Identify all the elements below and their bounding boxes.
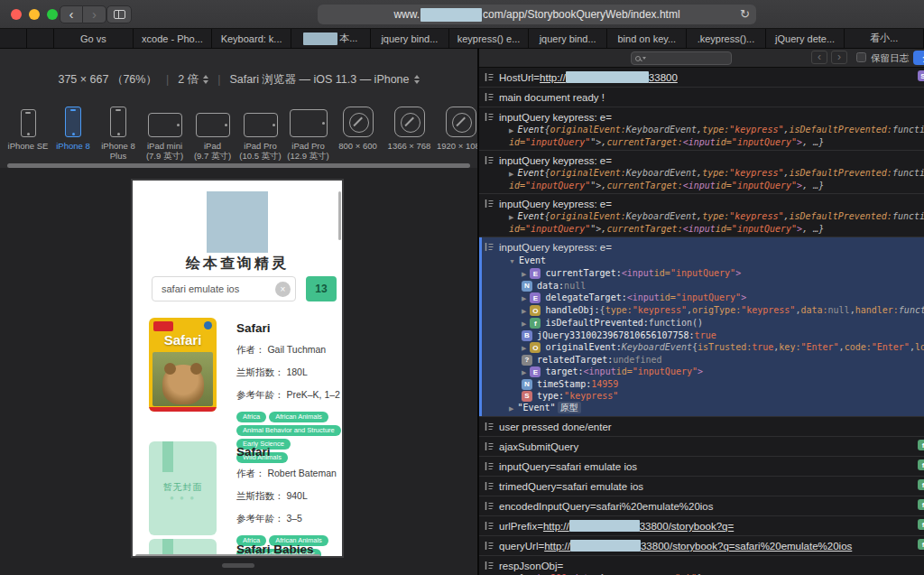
device-preset-ipad-pro[interactable]: iPad Pro (10.5 英寸) [236, 97, 284, 161]
disclosure-triangle-icon[interactable]: ▶ [522, 342, 526, 354]
disclosure-triangle-icon[interactable]: ▶ [509, 403, 513, 414]
source-function-badge[interactable]: S [918, 70, 924, 81]
clear-search-icon[interactable]: × [275, 282, 291, 297]
bookmark-item[interactable]: jquery bind... [371, 29, 450, 48]
device-preset-iphone-8[interactable]: iPhone 8 Plus [96, 97, 141, 161]
console-text: originalEvent: [545, 341, 621, 353]
device-preset-1366-768[interactable]: 1366 × 768 [383, 97, 435, 151]
forward-button[interactable]: › [83, 5, 106, 23]
console-entry[interactable]: main document ready ! [479, 87, 924, 107]
user-agent-selector[interactable]: Safari 浏览器 — iOS 11.3 — iPhone [229, 72, 419, 88]
console-line: Ndata: null [479, 280, 924, 292]
bookmark-item[interactable]: 本... [291, 29, 371, 48]
console-text: Event [519, 255, 546, 266]
device-preset-iphone-8[interactable]: iPhone 8 [51, 97, 96, 151]
address-bar[interactable]: www.com/app/StorybookQueryWeb/index.html… [318, 5, 756, 24]
search-field[interactable]: × [152, 276, 296, 301]
console-entry[interactable]: urlPrefix=http://33800/storybook?q=f [479, 515, 924, 535]
book-cover[interactable]: 暂无封面● ● ● [149, 441, 217, 535]
disclosure-triangle-icon[interactable]: ▶ [522, 366, 526, 378]
bookmark-item[interactable]: keypress() e... [449, 29, 529, 48]
bookmark-item[interactable]: Go vs [54, 29, 134, 48]
minimize-window-button[interactable] [29, 9, 40, 20]
disclosure-triangle-icon[interactable]: ▶ [509, 169, 513, 181]
bookmark-item[interactable] [0, 29, 27, 48]
source-function-badge[interactable]: f [918, 459, 924, 470]
stepper-icon[interactable] [203, 75, 208, 85]
viewport-size-label: 375 × 667 （76%） [58, 72, 156, 88]
book-cover[interactable]: Safari [149, 318, 217, 412]
disclosure-triangle-icon[interactable]: ▶ [522, 268, 526, 280]
search-input[interactable] [152, 277, 295, 301]
disclosure-triangle-icon[interactable]: ▶ [522, 305, 526, 317]
bookmark-item[interactable]: .keypress()... [687, 29, 766, 48]
source-function-badge[interactable]: f [918, 519, 924, 530]
console-entry[interactable]: encodedInputQuery=safari%20emulate%20ios… [479, 496, 924, 515]
disclosure-triangle-icon[interactable]: ▶ [522, 292, 526, 304]
type-badge: N [522, 379, 532, 390]
console-text: isDefaultPrevented: [545, 317, 648, 329]
disclosure-triangle-icon[interactable]: ▶ [509, 125, 513, 137]
device-preset-800-600[interactable]: 800 × 600 [332, 97, 383, 151]
source-function-badge[interactable]: f [918, 499, 924, 510]
bookmark-item[interactable]: jquery bind... [529, 29, 608, 48]
disclosure-triangle-icon[interactable]: ▼ [509, 255, 515, 267]
source-function-badge[interactable]: f [918, 479, 924, 490]
console-entry[interactable]: inputQuery keypress: e=▶Event {originalE… [479, 150, 924, 193]
tablet-icon [244, 113, 278, 137]
console-entry[interactable]: user pressed done/enter [479, 416, 924, 436]
filter-all-button[interactable]: 全部 [913, 51, 924, 65]
device-preset-ipad-mini[interactable]: iPad mini (7.9 英寸) [141, 97, 189, 161]
device-preset-ipad-pro[interactable]: iPad Pro (12.9 英寸) [284, 97, 332, 161]
console-text: timeStamp: [537, 378, 591, 390]
bookmark-item[interactable]: 看小... [845, 29, 924, 48]
next-result-button[interactable]: › [831, 51, 847, 64]
console-text: id= [509, 137, 525, 149]
console-entry[interactable]: respJsonObj=▶{code: 200, data: Array, me… [479, 555, 924, 575]
console-search-field[interactable] [631, 51, 732, 65]
console-search-input[interactable] [648, 53, 727, 63]
stepper-icon[interactable] [414, 75, 420, 85]
console-entry[interactable]: trimedQuery=safari emulate iosf [479, 476, 924, 496]
result-count-button[interactable]: 13 [306, 276, 337, 301]
disclosure-triangle-icon[interactable]: ▶ [509, 212, 513, 224]
previous-result-button[interactable]: ‹ [811, 51, 827, 64]
source-function-badge[interactable]: f [918, 539, 924, 550]
console-entry[interactable]: ajaxSubmitQueryf [479, 436, 924, 456]
console-text: id= [660, 292, 676, 303]
disclosure-triangle-icon[interactable]: ▶ [522, 318, 526, 329]
zoom-window-button[interactable] [47, 9, 58, 20]
book-info: Safari作者： Robert Bateman兰斯指数： 940L参考年龄： … [236, 445, 337, 558]
device-preset-ipad[interactable]: iPad (9.7 英寸) [189, 97, 236, 161]
console-entry[interactable]: inputQuery keypress: e=▶Event {originalE… [479, 107, 924, 150]
bookmark-item[interactable] [27, 29, 54, 48]
console-text: <input [683, 224, 716, 236]
bookmark-item[interactable]: xcode - Pho... [134, 29, 213, 48]
bookmark-item[interactable]: jQuery dete... [766, 29, 845, 48]
close-window-button[interactable] [11, 9, 22, 20]
reload-icon[interactable]: ↻ [740, 7, 750, 21]
phone-vertical-scrollbar[interactable] [338, 191, 341, 240]
device-label: iPad (9.7 英寸) [194, 141, 231, 161]
book-tag: African Animals [269, 412, 328, 422]
back-button[interactable]: ‹ [60, 5, 83, 23]
scale-selector[interactable]: 2 倍 [178, 72, 208, 88]
resize-handle[interactable] [222, 563, 254, 568]
console-line: id="inputQuery"">, currentTarget: <input… [479, 224, 924, 236]
console-entry[interactable]: HostUrl=http://33800S [479, 68, 924, 87]
console-entry[interactable]: queryUrl=http://33800/storybook?q=safari… [479, 535, 924, 555]
device-preset-1920-1080[interactable]: 1920 × 1080 [435, 97, 477, 151]
bookmark-item[interactable]: Keyboard: k... [212, 29, 291, 48]
device-preset-iphone-se[interactable]: iPhone SE [5, 97, 51, 151]
console-text: isDefaultPrevented: [790, 125, 892, 136]
preserve-log-checkbox[interactable] [856, 52, 866, 62]
console-entry[interactable]: inputQuery keypress: e=▼Event▶EcurrentTa… [479, 236, 924, 416]
sidebar-toggle-button[interactable] [106, 5, 132, 23]
phone-horizontal-scrollbar[interactable] [135, 554, 320, 558]
console-entry[interactable]: inputQuery keypress: e=▶Event {originalE… [479, 193, 924, 236]
iphone-preview-screen[interactable]: 绘本查询精灵 × 13 SafariSafari作者： Gail Tuchman… [131, 179, 344, 558]
source-function-badge[interactable]: f [918, 440, 924, 450]
console-text: data: [800, 304, 827, 316]
bookmark-item[interactable]: bind on key... [607, 29, 687, 48]
console-entry[interactable]: inputQuery=safari emulate iosf [479, 456, 924, 476]
